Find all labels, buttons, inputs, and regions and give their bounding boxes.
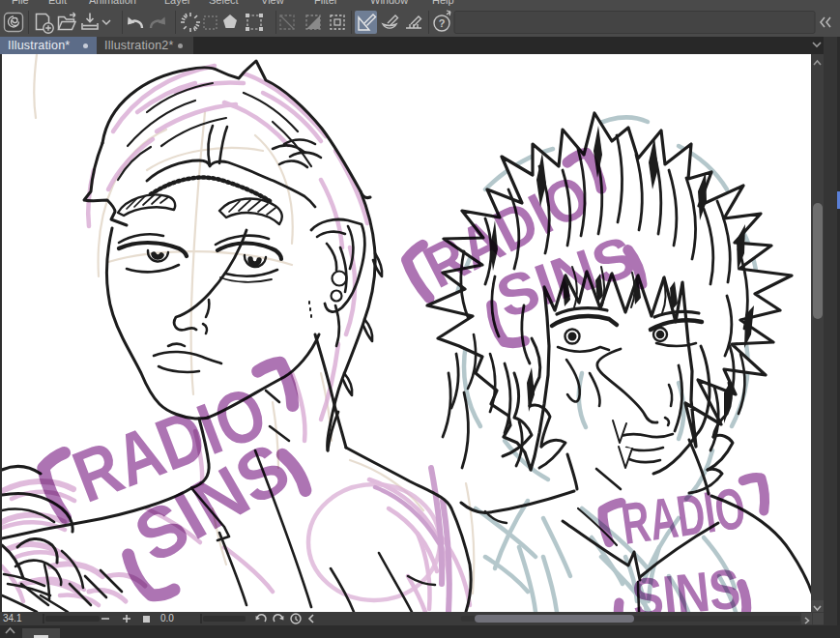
svg-text:RADIO: RADIO	[618, 476, 749, 557]
svg-text:?: ?	[439, 17, 446, 29]
